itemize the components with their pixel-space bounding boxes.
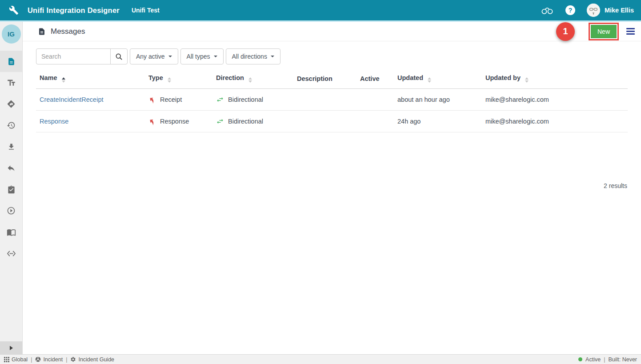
filter-bar: Any active All types All directions <box>36 48 628 64</box>
application-label: Incident <box>43 356 63 363</box>
scope-breadcrumb[interactable]: Global <box>4 356 28 363</box>
column-header-description: Description <box>297 71 353 89</box>
integration-avatar[interactable]: IG <box>2 24 21 44</box>
integration-breadcrumb[interactable]: Incident Guide <box>70 356 114 363</box>
new-button[interactable]: New <box>591 25 617 38</box>
sidebar: IG <box>0 22 23 354</box>
status-dot <box>578 357 582 361</box>
integration-label: Incident Guide <box>78 356 114 363</box>
gear-icon <box>70 356 76 362</box>
updated-value: 24h ago <box>397 118 421 125</box>
column-header-direction[interactable]: Direction <box>216 71 297 89</box>
sidebar-item-responses[interactable] <box>0 157 22 179</box>
sidebar-item-messages[interactable] <box>0 51 22 72</box>
milestone-icon <box>7 100 16 108</box>
type-filter-label: All types <box>187 53 210 60</box>
table-row: Response Response <box>36 111 628 132</box>
sidebar-expand-button[interactable] <box>0 341 22 354</box>
reply-icon <box>7 164 16 172</box>
column-header-active: Active <box>353 71 397 89</box>
app-title: Unifi Integration Designer <box>28 6 120 15</box>
sidebar-item-history[interactable] <box>0 115 22 136</box>
sidebar-item-documentation[interactable] <box>0 221 22 243</box>
separator: | <box>66 356 67 363</box>
code-icon <box>7 249 16 258</box>
column-header-updated[interactable]: Updated <box>397 71 485 89</box>
chevron-down-icon <box>271 56 274 57</box>
bidirectional-icon <box>216 96 224 104</box>
sidebar-item-milestones[interactable] <box>0 93 22 115</box>
sort-icon <box>168 77 171 83</box>
sort-icon <box>62 77 65 83</box>
message-name-link[interactable]: Response <box>40 118 68 125</box>
chevron-down-icon <box>214 56 217 57</box>
menu-icon[interactable] <box>626 27 635 36</box>
response-type-icon <box>148 118 156 125</box>
sort-icon <box>248 77 252 83</box>
glasses-icon[interactable] <box>541 5 554 15</box>
page-title: Messages <box>51 27 85 36</box>
separator: | <box>604 356 605 363</box>
search-button[interactable] <box>110 48 128 64</box>
document-icon <box>38 28 46 36</box>
search-icon <box>115 53 123 60</box>
type-value: Response <box>160 118 189 125</box>
chevron-down-icon <box>168 56 172 57</box>
sidebar-item-tasks[interactable] <box>0 179 22 200</box>
scope-label: Global <box>12 356 28 363</box>
environment-name[interactable]: Unifi Test <box>132 7 160 14</box>
direction-value: Bidirectional <box>228 96 263 103</box>
history-icon <box>7 121 16 130</box>
user-avatar <box>587 4 600 17</box>
wrench-icon <box>9 5 19 15</box>
type-value: Receipt <box>160 96 182 103</box>
message-name-link[interactable]: CreateIncidentReceipt <box>40 96 103 103</box>
sort-icon <box>525 77 529 83</box>
documentation-icon <box>7 228 16 237</box>
direction-value: Bidirectional <box>228 118 263 125</box>
sort-icon <box>428 77 431 83</box>
messages-table: Name Type Direction Description <box>36 71 628 132</box>
search-input[interactable] <box>36 48 111 64</box>
page-header: Messages 1 New <box>23 22 641 41</box>
sidebar-item-download[interactable] <box>0 136 22 157</box>
table-header-row: Name Type Direction Description <box>36 71 628 89</box>
table-row: CreateIncidentReceipt Receipt <box>36 89 628 111</box>
annotation-step-badge: 1 <box>556 22 575 41</box>
grid-icon <box>4 357 9 362</box>
active-filter-label: Any active <box>136 53 165 60</box>
updated-value: about an hour ago <box>397 96 450 103</box>
updated-by-value: mike@sharelogic.com <box>485 96 549 103</box>
user-menu[interactable]: Mike Ellis <box>587 4 634 17</box>
column-header-name[interactable]: Name <box>36 71 148 89</box>
direction-filter-dropdown[interactable]: All directions <box>226 48 280 64</box>
status-label: Active <box>585 356 601 363</box>
incident-icon <box>35 356 41 362</box>
active-filter-dropdown[interactable]: Any active <box>130 48 178 64</box>
status-bar: Global | Incident | Incident Guide Activ… <box>0 354 641 364</box>
direction-filter-label: All directions <box>232 53 267 60</box>
search-group <box>36 48 128 64</box>
top-bar: Unifi Integration Designer Unifi Test ? … <box>0 0 641 20</box>
results-count: 2 results <box>36 182 627 189</box>
document-icon <box>7 57 16 66</box>
column-header-updated-by[interactable]: Updated by <box>485 71 628 89</box>
run-icon <box>7 206 16 215</box>
sidebar-item-code[interactable] <box>0 243 22 264</box>
application-breadcrumb[interactable]: Incident <box>35 356 63 363</box>
expand-arrow-icon <box>10 346 13 350</box>
bidirectional-icon <box>216 117 224 125</box>
built-label: Built: Never <box>608 356 637 363</box>
help-icon[interactable]: ? <box>565 5 575 15</box>
annotation-highlight-box: New <box>589 23 619 40</box>
separator: | <box>31 356 32 363</box>
receipt-type-icon <box>148 96 156 104</box>
sidebar-item-fields[interactable] <box>0 72 22 93</box>
text-fields-icon <box>7 78 16 88</box>
column-header-type[interactable]: Type <box>148 71 216 89</box>
sidebar-item-run[interactable] <box>0 200 22 221</box>
download-icon <box>7 143 16 151</box>
user-name: Mike Ellis <box>605 7 634 14</box>
type-filter-dropdown[interactable]: All types <box>180 48 224 64</box>
tasks-icon <box>7 185 16 194</box>
